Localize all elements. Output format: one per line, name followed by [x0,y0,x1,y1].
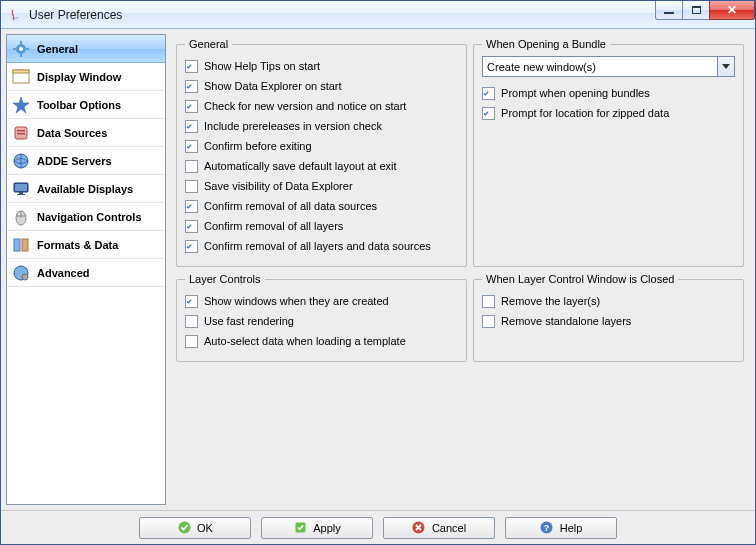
window-title: User Preferences [29,8,122,22]
svg-rect-3 [20,54,22,57]
button-label: Cancel [432,522,466,534]
checkbox[interactable] [185,200,198,213]
group-general: General Show Help Tips on startShow Data… [176,38,467,267]
checkbox[interactable] [482,107,495,120]
combo-value: Create new window(s) [483,61,717,73]
sidebar-item-label: ADDE Servers [37,155,112,167]
sidebar-item-advanced[interactable]: Advanced [7,259,165,287]
general-option: Show Help Tips on start [185,56,458,76]
maximize-button[interactable] [682,1,710,20]
sidebar-item-label: General [37,43,78,55]
layer-controls-option: Use fast rendering [185,311,458,331]
svg-rect-21 [22,239,28,251]
sidebar-item-available-displays[interactable]: Available Displays [7,175,165,203]
layer-closed-option: Remove standalone layers [482,311,735,331]
svg-rect-14 [15,184,27,191]
mouse-icon [11,207,31,227]
bundle-option: Prompt for location for zipped data [482,103,735,123]
checkbox[interactable] [185,240,198,253]
checkbox-label: Remove standalone layers [501,315,631,327]
formats-icon [11,235,31,255]
group-legend: General [185,38,232,50]
checkbox[interactable] [185,335,198,348]
maximize-icon [692,6,701,14]
sidebar-item-display-window[interactable]: Display Window [7,63,165,91]
checkbox-label: Include prereleases in version check [204,120,382,132]
general-option: Confirm before exiting [185,136,458,156]
checkbox-label: Auto-select data when loading a template [204,335,406,347]
sidebar-item-general[interactable]: General [7,35,165,63]
checkbox-label: Confirm before exiting [204,140,312,152]
help-button[interactable]: ? Help [505,517,617,539]
sidebar-item-label: Available Displays [37,183,133,195]
checkbox[interactable] [185,140,198,153]
checkbox[interactable] [185,80,198,93]
bundle-action-combo[interactable]: Create new window(s) [482,56,735,77]
general-option: Include prereleases in version check [185,116,458,136]
sidebar-item-label: Display Window [37,71,121,83]
layer-controls-option: Show windows when they are created [185,291,458,311]
checkbox[interactable] [185,100,198,113]
checkbox[interactable] [185,120,198,133]
svg-rect-11 [17,133,25,135]
group-legend: When Layer Control Window is Closed [482,273,678,285]
general-option: Confirm removal of all data sources [185,196,458,216]
svg-rect-5 [26,48,29,50]
group-legend: Layer Controls [185,273,265,285]
checkbox-label: Save visibility of Data Explorer [204,180,353,192]
checkbox-label: Show Help Tips on start [204,60,320,72]
gear-icon [11,39,31,59]
checkbox[interactable] [185,295,198,308]
java-icon [7,7,23,23]
button-label: OK [197,522,213,534]
minimize-button[interactable] [655,1,683,20]
close-button[interactable]: ✕ [709,1,755,20]
apply-icon [293,521,307,535]
general-option: Show Data Explorer on start [185,76,458,96]
checkbox[interactable] [185,315,198,328]
svg-rect-16 [17,194,25,195]
apply-button[interactable]: Apply [261,517,373,539]
sidebar-item-data-sources[interactable]: Data Sources [7,119,165,147]
svg-text:?: ? [544,523,550,533]
help-icon: ? [540,521,554,535]
button-label: Apply [313,522,341,534]
button-label: Help [560,522,583,534]
checkbox[interactable] [185,160,198,173]
svg-rect-10 [17,130,25,132]
sidebar-item-label: Data Sources [37,127,107,139]
checkbox-label: Show Data Explorer on start [204,80,342,92]
titlebar: User Preferences ✕ [1,1,755,29]
layer-closed-option: Remove the layer(s) [482,291,735,311]
checkbox[interactable] [185,60,198,73]
cancel-button[interactable]: Cancel [383,517,495,539]
general-option: Confirm removal of all layers and data s… [185,236,458,256]
checkbox-label: Prompt when opening bundles [501,87,650,99]
chevron-down-icon [722,64,730,69]
general-option: Confirm removal of all layers [185,216,458,236]
svg-rect-7 [13,70,29,73]
sidebar-item-adde-servers[interactable]: ADDE Servers [7,147,165,175]
group-legend: When Opening a Bundle [482,38,610,50]
sidebar-item-toolbar-options[interactable]: Toolbar Options [7,91,165,119]
minimize-icon [664,12,674,14]
checkbox-label: Check for new version and notice on star… [204,100,406,112]
combo-button[interactable] [717,57,734,76]
group-layer-controls: Layer Controls Show windows when they ar… [176,273,467,362]
checkbox[interactable] [482,87,495,100]
cancel-icon [412,521,426,535]
toolbar-icon [11,95,31,115]
sidebar-item-navigation-controls[interactable]: Navigation Controls [7,203,165,231]
checkbox[interactable] [482,295,495,308]
sidebar-item-label: Navigation Controls [37,211,142,223]
checkbox-label: Confirm removal of all data sources [204,200,377,212]
checkbox[interactable] [185,220,198,233]
svg-rect-4 [13,48,16,50]
sidebar-item-formats-data[interactable]: Formats & Data [7,231,165,259]
checkbox[interactable] [482,315,495,328]
sidebar-item-label: Advanced [37,267,90,279]
window-controls: ✕ [656,1,755,21]
checkbox[interactable] [185,180,198,193]
ok-button[interactable]: OK [139,517,251,539]
datasource-icon [11,123,31,143]
